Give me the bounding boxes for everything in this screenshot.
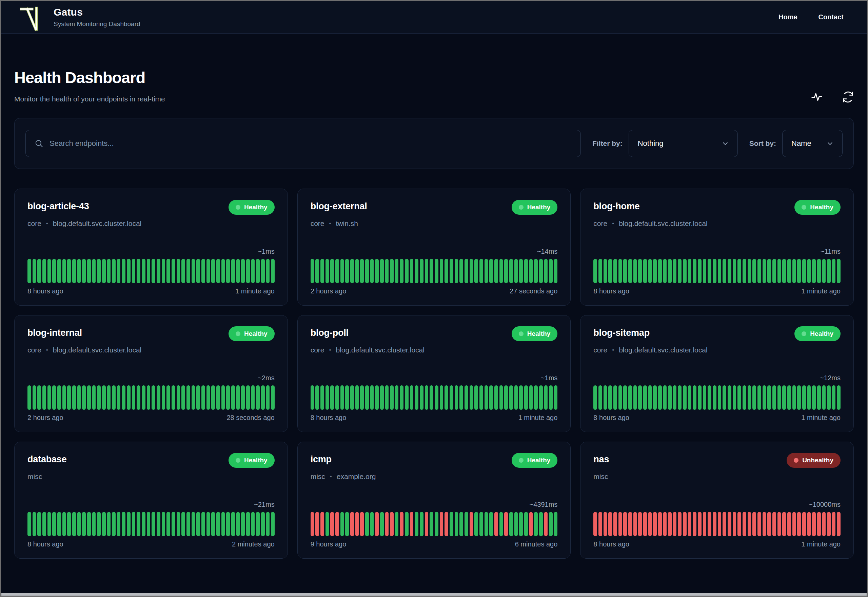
health-bar [742, 259, 746, 283]
endpoint-card[interactable]: database Healthy misc • ~21ms 8 hours ag… [14, 442, 288, 559]
health-bar [598, 512, 602, 536]
endpoint-name: blog-external [311, 201, 367, 212]
health-bar [767, 385, 771, 410]
endpoint-card[interactable]: nas Unhealthy misc • ~10000ms 8 hours ag… [580, 442, 854, 559]
health-bar [271, 385, 275, 410]
endpoint-card[interactable]: blog-home Healthy core • blog.default.sv… [580, 189, 854, 306]
health-bar [623, 385, 627, 410]
health-bar [797, 512, 801, 536]
filter-by-label: Filter by: [592, 140, 622, 147]
app-window: Gatus System Monitoring Dashboard Home C… [0, 0, 868, 597]
health-bar [326, 385, 329, 410]
health-bar [370, 385, 374, 410]
card-footer: 8 hours ago 1 minute ago [311, 414, 558, 422]
health-bar [211, 259, 215, 283]
health-bar [688, 512, 692, 536]
endpoint-card[interactable]: blog-sitemap Healthy core • blog.default… [580, 315, 854, 432]
health-bar [320, 512, 324, 536]
health-bar [365, 385, 369, 410]
health-bar [688, 259, 692, 283]
health-bar [266, 259, 270, 283]
refresh-icon[interactable] [842, 91, 854, 103]
filter-dropdown[interactable]: Nothing [629, 130, 738, 157]
health-bar [420, 512, 424, 536]
health-bar [370, 259, 374, 283]
health-bar [405, 512, 409, 536]
health-bar [738, 385, 741, 410]
health-bar [57, 259, 61, 283]
health-bar [271, 259, 275, 283]
health-bar [82, 385, 86, 410]
health-bar [177, 385, 181, 410]
health-bar [380, 259, 384, 283]
health-bar [519, 259, 523, 283]
health-bar [633, 512, 637, 536]
health-bar [226, 259, 230, 283]
health-bar [435, 259, 438, 283]
health-bar [241, 385, 245, 410]
health-bar [390, 385, 394, 410]
health-bar [187, 385, 190, 410]
health-bar [87, 385, 91, 410]
health-bar [410, 259, 414, 283]
health-bar [147, 385, 151, 410]
health-bar [187, 512, 190, 536]
health-bar [549, 512, 552, 536]
health-bar [822, 512, 826, 536]
health-bar [658, 259, 662, 283]
health-bar [395, 259, 399, 283]
health-bar [494, 512, 498, 536]
nav-link-home[interactable]: Home [779, 13, 797, 21]
health-bar [166, 512, 170, 536]
card-header: blog-poll Healthy [311, 328, 558, 341]
endpoint-name: blog-poll [311, 328, 348, 338]
health-bar [499, 512, 503, 536]
endpoint-card[interactable]: blog-article-43 Healthy core • blog.defa… [14, 189, 288, 306]
health-bar [72, 385, 76, 410]
health-bar [122, 385, 126, 410]
search-input[interactable] [49, 139, 572, 148]
health-bar [375, 512, 379, 536]
health-bar [772, 385, 776, 410]
health-bar [832, 259, 836, 283]
nav-link-contact[interactable]: Contact [819, 13, 844, 21]
health-bar [787, 385, 791, 410]
health-bar [604, 385, 607, 410]
activity-pulse-icon[interactable] [811, 91, 822, 103]
health-bar [425, 259, 428, 283]
health-bar [52, 512, 56, 536]
endpoint-card[interactable]: blog-poll Healthy core • blog.default.sv… [297, 315, 571, 432]
health-bar [444, 259, 448, 283]
health-bar [683, 512, 687, 536]
health-bar [311, 512, 314, 536]
endpoint-group: core [27, 346, 41, 354]
health-bar [216, 259, 220, 283]
health-bar [792, 385, 796, 410]
endpoint-card[interactable]: icmp Healthy misc • example.org ~4391ms … [297, 442, 571, 559]
health-bar [549, 259, 552, 283]
brand-subtitle: System Monitoring Dashboard [53, 20, 141, 28]
sort-dropdown[interactable]: Name [782, 130, 843, 157]
health-bar [132, 259, 136, 283]
health-bar [748, 512, 751, 536]
newest-timestamp: 1 minute ago [235, 287, 275, 295]
health-bar [484, 385, 488, 410]
endpoint-card[interactable]: blog-external Healthy core • twin.sh ~14… [297, 189, 571, 306]
health-bar [97, 259, 101, 283]
health-bar [341, 512, 344, 536]
health-bar [117, 512, 121, 536]
health-bar [459, 512, 463, 536]
health-bar [127, 259, 130, 283]
health-bar [196, 512, 200, 536]
health-bar [504, 385, 508, 410]
health-bar [723, 385, 726, 410]
health-bar [549, 385, 552, 410]
search-icon [35, 139, 43, 148]
health-bar [335, 385, 339, 410]
endpoint-card[interactable]: blog-internal Healthy core • blog.defaul… [14, 315, 288, 432]
endpoint-host: example.org [337, 472, 376, 481]
health-bar [33, 385, 36, 410]
health-bar [653, 512, 657, 536]
endpoint-group: core [311, 346, 324, 354]
health-bar [450, 385, 453, 410]
